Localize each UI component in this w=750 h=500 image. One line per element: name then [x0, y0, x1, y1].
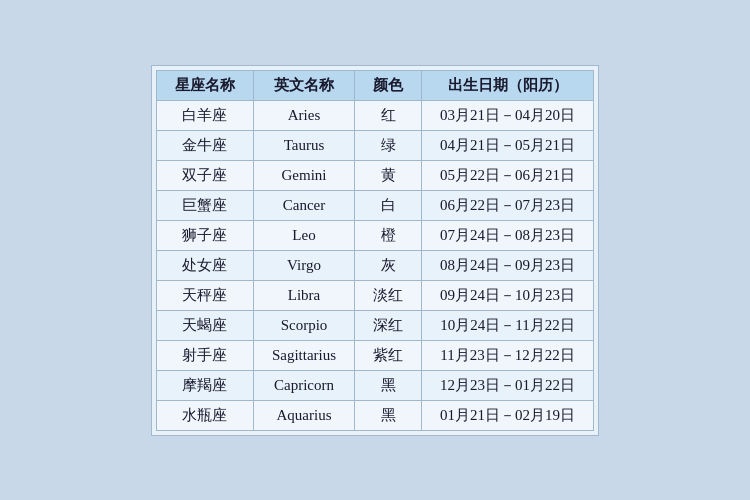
table-row: 摩羯座Capricorn黑12月23日－01月22日 [156, 370, 593, 400]
header-color: 颜色 [355, 70, 422, 100]
cell-chinese: 射手座 [156, 340, 253, 370]
table-row: 巨蟹座Cancer白06月22日－07月23日 [156, 190, 593, 220]
table-row: 天秤座Libra淡红09月24日－10月23日 [156, 280, 593, 310]
cell-chinese: 双子座 [156, 160, 253, 190]
cell-english: Sagittarius [253, 340, 354, 370]
cell-english: Virgo [253, 250, 354, 280]
cell-chinese: 处女座 [156, 250, 253, 280]
cell-color: 红 [355, 100, 422, 130]
table-row: 射手座Sagittarius紫红11月23日－12月22日 [156, 340, 593, 370]
cell-english: Taurus [253, 130, 354, 160]
cell-english: Leo [253, 220, 354, 250]
cell-english: Aquarius [253, 400, 354, 430]
cell-english: Gemini [253, 160, 354, 190]
cell-color: 白 [355, 190, 422, 220]
header-row: 星座名称 英文名称 颜色 出生日期（阳历） [156, 70, 593, 100]
table-row: 金牛座Taurus绿04月21日－05月21日 [156, 130, 593, 160]
cell-chinese: 巨蟹座 [156, 190, 253, 220]
cell-chinese: 天秤座 [156, 280, 253, 310]
table-row: 处女座Virgo灰08月24日－09月23日 [156, 250, 593, 280]
cell-chinese: 白羊座 [156, 100, 253, 130]
cell-english: Libra [253, 280, 354, 310]
zodiac-table: 星座名称 英文名称 颜色 出生日期（阳历） 白羊座Aries红03月21日－04… [156, 70, 594, 431]
cell-color: 橙 [355, 220, 422, 250]
zodiac-table-container: 星座名称 英文名称 颜色 出生日期（阳历） 白羊座Aries红03月21日－04… [151, 65, 599, 436]
cell-dates: 03月21日－04月20日 [422, 100, 594, 130]
cell-dates: 05月22日－06月21日 [422, 160, 594, 190]
cell-color: 灰 [355, 250, 422, 280]
table-row: 天蝎座Scorpio深红10月24日－11月22日 [156, 310, 593, 340]
cell-dates: 06月22日－07月23日 [422, 190, 594, 220]
cell-dates: 08月24日－09月23日 [422, 250, 594, 280]
cell-color: 黄 [355, 160, 422, 190]
cell-dates: 07月24日－08月23日 [422, 220, 594, 250]
table-row: 狮子座Leo橙07月24日－08月23日 [156, 220, 593, 250]
cell-chinese: 金牛座 [156, 130, 253, 160]
cell-dates: 10月24日－11月22日 [422, 310, 594, 340]
cell-dates: 12月23日－01月22日 [422, 370, 594, 400]
cell-dates: 04月21日－05月21日 [422, 130, 594, 160]
header-chinese: 星座名称 [156, 70, 253, 100]
cell-color: 深红 [355, 310, 422, 340]
cell-chinese: 水瓶座 [156, 400, 253, 430]
cell-color: 黑 [355, 370, 422, 400]
cell-color: 绿 [355, 130, 422, 160]
table-row: 双子座Gemini黄05月22日－06月21日 [156, 160, 593, 190]
cell-english: Aries [253, 100, 354, 130]
table-row: 白羊座Aries红03月21日－04月20日 [156, 100, 593, 130]
header-dates: 出生日期（阳历） [422, 70, 594, 100]
cell-chinese: 摩羯座 [156, 370, 253, 400]
cell-color: 淡红 [355, 280, 422, 310]
table-row: 水瓶座Aquarius黑01月21日－02月19日 [156, 400, 593, 430]
cell-english: Scorpio [253, 310, 354, 340]
cell-chinese: 狮子座 [156, 220, 253, 250]
cell-color: 紫红 [355, 340, 422, 370]
table-body: 白羊座Aries红03月21日－04月20日金牛座Taurus绿04月21日－0… [156, 100, 593, 430]
cell-english: Capricorn [253, 370, 354, 400]
cell-english: Cancer [253, 190, 354, 220]
cell-dates: 01月21日－02月19日 [422, 400, 594, 430]
table-header: 星座名称 英文名称 颜色 出生日期（阳历） [156, 70, 593, 100]
cell-chinese: 天蝎座 [156, 310, 253, 340]
cell-color: 黑 [355, 400, 422, 430]
cell-dates: 11月23日－12月22日 [422, 340, 594, 370]
cell-dates: 09月24日－10月23日 [422, 280, 594, 310]
header-english: 英文名称 [253, 70, 354, 100]
